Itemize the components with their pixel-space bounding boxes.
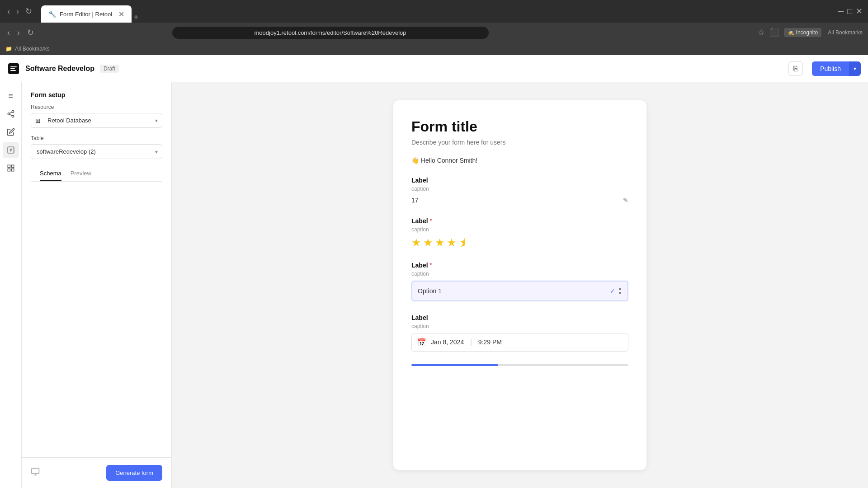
all-bookmarks-text[interactable]: All Bookmarks <box>15 46 50 52</box>
svg-rect-10 <box>11 169 14 171</box>
logo-icon <box>8 63 19 74</box>
time-value: 9:29 PM <box>478 338 502 346</box>
form-field-4: Label caption 📅 Jan 8, 2024 | 9:29 PM <box>411 314 628 352</box>
sidebar-icon-menu[interactable]: ≡ <box>3 88 19 104</box>
star-1[interactable]: ★ <box>411 236 421 249</box>
field-1-value: 17 <box>411 197 419 204</box>
canvas-area: Form title Describe your form here for u… <box>172 82 868 488</box>
incognito-badge: 🕵 Incognito <box>784 28 822 37</box>
main-layout: ≡ <box>0 82 868 488</box>
field-2-required: * <box>430 218 432 224</box>
svg-rect-8 <box>11 165 14 167</box>
addr-reload-button[interactable]: ↻ <box>25 26 36 39</box>
incognito-icon: 🕵 <box>788 29 794 36</box>
dropdown-inner: Option 1 ✓ ▲ ▼ <box>418 286 622 296</box>
field-2-caption: caption <box>411 226 628 233</box>
field-1-caption: caption <box>411 186 628 192</box>
app-container: Software Redevelop Draft ⎘ Publish ▾ ≡ <box>0 55 868 488</box>
svg-line-4 <box>9 114 12 116</box>
draft-badge: Draft <box>100 65 119 73</box>
field-3-label: Label * <box>411 262 628 269</box>
active-tab[interactable]: 🔧 Form Editor | Retool ✕ <box>41 5 132 23</box>
all-bookmarks-label: All Bookmarks <box>828 29 863 36</box>
rating-stars[interactable]: ★ ★ ★ ★ ⯨ <box>411 236 628 249</box>
browser-controls: ‹ › ↻ <box>5 5 34 18</box>
schema-preview-tabs: Schema Preview <box>31 166 162 182</box>
resource-label: Resource <box>31 104 162 110</box>
resource-table-icon: ⊞ <box>35 117 41 124</box>
new-tab-button[interactable]: + <box>133 12 139 23</box>
table-label: Table <box>31 135 162 141</box>
window-controls: ─ □ ✕ <box>838 6 863 16</box>
sidebar-icon-edit[interactable] <box>3 124 19 140</box>
field-2-label: Label * <box>411 217 628 225</box>
tab-schema[interactable]: Schema <box>40 166 61 181</box>
panel-bottom: Generate form <box>22 457 171 488</box>
addr-right-controls: ☆ ⬛ 🕵 Incognito All Bookmarks <box>758 28 863 38</box>
star-4[interactable]: ★ <box>447 236 457 249</box>
svg-rect-9 <box>8 169 10 171</box>
field-1-value-row: 17 ✎ <box>411 196 628 205</box>
generate-form-button[interactable]: Generate form <box>106 465 162 481</box>
table-select-wrapper: softwareRedevelop (2) ▾ <box>31 144 162 159</box>
field-3-required: * <box>430 262 432 268</box>
dropdown-controls: ✓ ▲ ▼ <box>610 286 622 296</box>
field-3-caption: caption <box>411 271 628 277</box>
field-1-label: Label <box>411 177 628 184</box>
app-logo <box>7 62 20 75</box>
svg-point-3 <box>12 115 14 117</box>
date-field[interactable]: 📅 Jan 8, 2024 | 9:29 PM <box>411 333 628 352</box>
date-separator: | <box>470 338 472 346</box>
tab-favicon: 🔧 <box>48 10 56 18</box>
address-input[interactable] <box>172 27 489 39</box>
tab-preview[interactable]: Preview <box>71 166 91 181</box>
svg-rect-11 <box>32 469 39 474</box>
addr-forward-button[interactable]: › <box>15 26 22 39</box>
sidebar-icon-share[interactable] <box>3 106 19 122</box>
field-1-edit-icon[interactable]: ✎ <box>623 197 628 204</box>
addr-back-button[interactable]: ‹ <box>5 26 12 39</box>
publish-button-group: Publish ▾ <box>812 61 861 76</box>
progress-bar-container <box>411 364 628 366</box>
close-window-button[interactable]: ✕ <box>856 6 863 16</box>
publish-button[interactable]: Publish <box>812 61 849 76</box>
sidebar-icon-list[interactable] <box>3 142 19 158</box>
star-3[interactable]: ★ <box>435 236 445 249</box>
form-field-1: Label caption 17 ✎ <box>411 177 628 205</box>
publish-dropdown-button[interactable]: ▾ <box>849 61 861 76</box>
tab-bar: 🔧 Form Editor | Retool ✕ + <box>38 0 834 23</box>
cast-icon[interactable]: ⬛ <box>769 28 779 38</box>
maximize-button[interactable]: □ <box>847 6 852 16</box>
form-description: Describe your form here for users <box>411 139 628 146</box>
svg-rect-7 <box>8 165 10 167</box>
calendar-icon: 📅 <box>417 338 426 347</box>
table-select[interactable]: softwareRedevelop (2) <box>31 144 162 159</box>
star-2[interactable]: ★ <box>423 236 433 249</box>
browser-chrome: ‹ › ↻ 🔧 Form Editor | Retool ✕ + ─ □ ✕ <box>0 0 868 23</box>
greeting-text: 👋 Hello Connor Smith! <box>411 157 628 164</box>
bookmarks-bar: 📁 All Bookmarks <box>0 42 868 55</box>
top-nav: Software Redevelop Draft ⎘ Publish ▾ <box>0 55 868 82</box>
form-card: Form title Describe your form here for u… <box>393 100 646 470</box>
resource-select-wrapper: ⊞ Retool Database ▾ <box>31 113 162 128</box>
svg-point-1 <box>12 111 14 113</box>
tab-close-button[interactable]: ✕ <box>118 10 124 19</box>
form-title: Form title <box>411 118 628 135</box>
back-button[interactable]: ‹ <box>5 5 12 18</box>
sidebar-icon-grid[interactable] <box>3 160 19 176</box>
reload-button[interactable]: ↻ <box>24 5 34 18</box>
form-field-2: Label * caption ★ ★ ★ ★ ⯨ <box>411 217 628 249</box>
svg-line-5 <box>9 112 12 113</box>
dropdown-check-icon: ✓ <box>610 287 615 295</box>
share-icon-button[interactable]: ⎘ <box>788 61 803 76</box>
bookmark-icon[interactable]: ☆ <box>758 28 765 38</box>
forward-button[interactable]: › <box>14 5 21 18</box>
left-panel: Form setup Resource ⊞ Retool Database ▾ … <box>22 82 172 488</box>
address-bar-row: ‹ › ↻ ☆ ⬛ 🕵 Incognito All Bookmarks <box>0 23 868 42</box>
bookmarks-icon: 📁 <box>5 46 12 52</box>
resource-select[interactable]: Retool Database <box>31 113 162 128</box>
star-5[interactable]: ⯨ <box>458 236 469 249</box>
app-title: Software Redevelop <box>25 65 94 73</box>
dropdown-field[interactable]: Option 1 ✓ ▲ ▼ <box>411 281 628 301</box>
minimize-button[interactable]: ─ <box>838 6 844 16</box>
